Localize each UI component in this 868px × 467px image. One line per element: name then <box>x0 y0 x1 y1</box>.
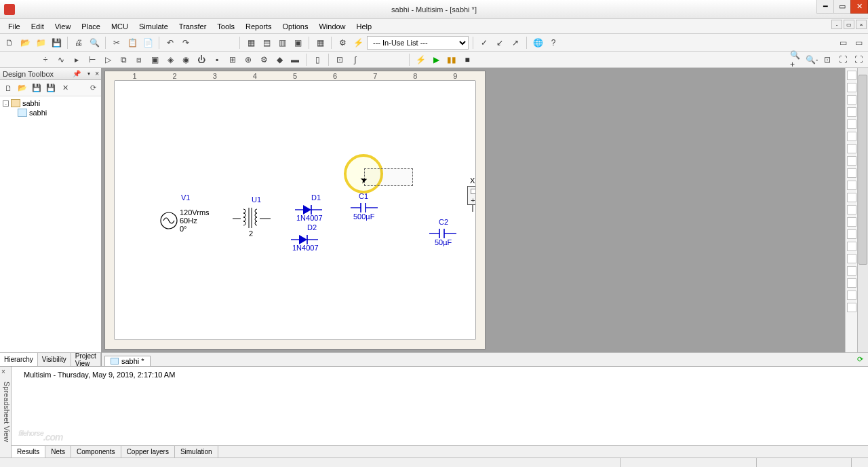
copy-button[interactable]: 📋 <box>125 36 139 50</box>
menu-reports[interactable]: Reports <box>240 19 277 33</box>
place-cmos-button[interactable]: ⧈ <box>132 53 146 67</box>
in-use-list-select[interactable]: --- In-Use List --- <box>367 36 469 50</box>
menu-file[interactable]: File <box>3 19 26 33</box>
agilent-oscilloscope-icon[interactable] <box>847 266 856 276</box>
database-manager-button[interactable]: ▣ <box>291 36 304 50</box>
tab-simulation[interactable]: Simulation <box>175 446 218 457</box>
schematic-canvas[interactable]: 1 2 3 4 5 6 7 8 9 <box>104 71 486 350</box>
current-probe-icon[interactable] <box>847 303 856 312</box>
zoom-area-button[interactable]: ⊡ <box>821 53 834 67</box>
place-ttl-button[interactable]: ⧉ <box>117 53 130 67</box>
place-basic-button[interactable]: ∿ <box>54 53 68 67</box>
place-diode-button[interactable]: ▸ <box>70 53 83 67</box>
forward-annotate-button[interactable]: ↗ <box>509 36 522 50</box>
menu-options[interactable]: Options <box>277 19 314 33</box>
selection-box[interactable] <box>364 168 413 186</box>
grapher-button[interactable]: ▦ <box>313 36 327 50</box>
collapse-icon[interactable]: - <box>3 100 9 107</box>
logic-converter-icon[interactable] <box>847 181 856 190</box>
word-generator-icon[interactable] <box>847 156 856 166</box>
print-button[interactable]: 🖨 <box>72 36 85 50</box>
maximize-button[interactable]: ▭ <box>833 0 851 14</box>
menu-tools[interactable]: Tools <box>212 19 240 33</box>
back-annotate-button[interactable]: ↙ <box>493 36 507 50</box>
panel-close-icon[interactable]: × <box>95 70 99 77</box>
place-misc-digital-button[interactable]: ▣ <box>148 53 161 67</box>
menu-simulate[interactable]: Simulate <box>134 19 174 33</box>
fullscreen-button[interactable]: ⛶ <box>852 53 865 67</box>
erc-button[interactable]: ✓ <box>477 36 491 50</box>
logic-analyzer-icon[interactable] <box>847 168 856 178</box>
resize-grip[interactable] <box>851 458 868 467</box>
refresh-tabs-icon[interactable]: ⟳ <box>854 354 865 364</box>
menu-edit[interactable]: Edit <box>26 19 50 33</box>
frequency-counter-icon[interactable] <box>847 144 856 153</box>
new-file-icon[interactable]: 🗋 <box>2 82 14 94</box>
redo-button[interactable]: ↷ <box>179 36 193 50</box>
place-mixed-button[interactable]: ◈ <box>163 53 177 67</box>
place-rf-button[interactable]: ⊕ <box>241 53 255 67</box>
component-button[interactable]: ⚙ <box>336 36 349 50</box>
place-advanced-button[interactable]: ⊞ <box>226 53 239 67</box>
place-ni-button[interactable]: ◆ <box>273 53 286 67</box>
menu-view[interactable]: View <box>50 19 77 33</box>
cut-button[interactable]: ✂ <box>110 36 123 50</box>
four-channel-scope-icon[interactable] <box>847 119 856 129</box>
save-icon[interactable]: 💾 <box>31 82 43 94</box>
open-folder-icon[interactable]: 📂 <box>16 82 28 94</box>
minimize-button[interactable]: ━ <box>816 0 834 14</box>
toggle-design-toolbox[interactable]: ▦ <box>244 36 258 50</box>
menu-mcu[interactable]: MCU <box>106 19 134 33</box>
mdi-minimize[interactable]: - <box>831 20 842 29</box>
multimeter-tool-icon[interactable] <box>847 71 856 80</box>
network-analyzer-icon[interactable] <box>847 229 856 239</box>
close-button[interactable]: ✕ <box>850 0 868 14</box>
help-button[interactable]: ? <box>547 36 560 50</box>
output-close-icon[interactable]: × <box>1 368 5 375</box>
tab-copper-layers[interactable]: Copper layers <box>121 446 175 457</box>
place-hierarchical-button[interactable]: ⊡ <box>333 53 347 67</box>
zoom-fit-button[interactable]: ⛶ <box>836 53 850 67</box>
place-bus-button[interactable]: ∫ <box>349 53 362 67</box>
zoom-out-button[interactable]: 🔍- <box>805 53 818 67</box>
place-connector-button[interactable]: ▬ <box>288 53 302 67</box>
menu-transfer[interactable]: Transfer <box>174 19 212 33</box>
tab-components[interactable]: Components <box>71 446 121 457</box>
toggle-spreadsheet[interactable]: ▤ <box>260 36 273 50</box>
paste-button[interactable]: 📄 <box>141 36 155 50</box>
run-button[interactable]: ▶ <box>429 53 443 67</box>
place-indicator-button[interactable]: ◉ <box>179 53 193 67</box>
web-button[interactable]: 🌐 <box>531 36 545 50</box>
menu-place[interactable]: Place <box>76 19 106 33</box>
tree-child-node[interactable]: sabhi <box>18 109 98 117</box>
save-button[interactable]: 💾 <box>50 36 63 50</box>
spectrum-analyzer-icon[interactable] <box>847 217 856 227</box>
panel-pin-icon[interactable]: 📌 <box>73 70 81 77</box>
stop-button[interactable]: ■ <box>460 53 474 67</box>
place-electromech-button[interactable]: ⚙ <box>257 53 271 67</box>
place-analog-button[interactable]: ▷ <box>101 53 115 67</box>
zoom-in-button[interactable]: 🔍+ <box>789 53 803 67</box>
analysis-button[interactable]: ⚡ <box>351 36 365 50</box>
bode-plotter-icon[interactable] <box>847 132 856 141</box>
labview-instrument-icon[interactable] <box>847 291 856 300</box>
wattmeter-icon[interactable] <box>847 95 856 105</box>
place-transistor-button[interactable]: ⊢ <box>85 53 99 67</box>
spreadsheet-view-sidetab[interactable]: × Spreadsheet View <box>0 367 12 457</box>
distortion-analyzer-icon[interactable] <box>847 205 856 214</box>
breadboard-view-button[interactable]: ▭ <box>836 36 850 50</box>
place-source-button[interactable]: ÷ <box>39 53 52 67</box>
place-misc-button[interactable]: ▪ <box>210 53 224 67</box>
mdi-close[interactable]: × <box>856 20 867 29</box>
iv-analyzer-icon[interactable] <box>847 193 856 202</box>
tektronix-scope-icon[interactable] <box>847 278 856 288</box>
panel-dropdown-icon[interactable]: ▾ <box>87 71 90 77</box>
tab-project-view[interactable]: Project View <box>71 353 101 366</box>
new-button[interactable]: 🗋 <box>3 36 16 50</box>
open-button[interactable]: 📂 <box>18 36 32 50</box>
mdi-restore[interactable]: ▭ <box>844 20 854 29</box>
place-mcu-button[interactable]: ▯ <box>311 53 324 67</box>
agilent-multimeter-icon[interactable] <box>847 254 856 263</box>
vertical-scrollbar[interactable] <box>857 68 868 352</box>
oscilloscope-icon[interactable] <box>847 107 856 117</box>
